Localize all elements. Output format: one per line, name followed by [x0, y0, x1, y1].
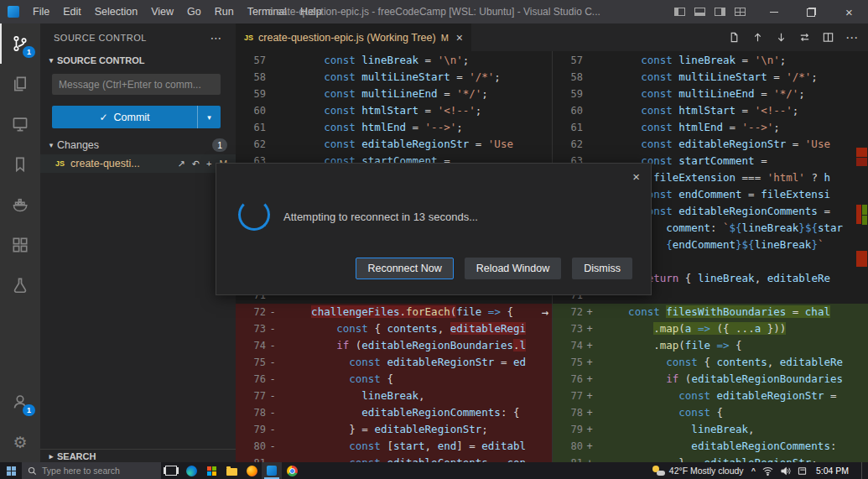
code-text: const multiLineEnd = '*/';	[279, 86, 488, 102]
action-center-icon[interactable]	[798, 466, 807, 476]
system-tray: ^	[751, 466, 807, 476]
ellipsis-icon: ⋯	[845, 30, 858, 45]
close-window-button[interactable]: ×	[830, 0, 868, 23]
customize-layout-icon[interactable]	[735, 8, 746, 16]
task-view-button[interactable]	[161, 462, 181, 479]
code-line: 62 const editableRegionStr = 'Use	[236, 136, 552, 153]
code-line: 73+ .map(a => ({ ...a }))	[553, 320, 868, 337]
diff-marker: -	[266, 357, 279, 368]
sidebar-item-remote-explorer[interactable]	[0, 104, 40, 144]
file-row-actions: ↗ ↶ +	[178, 159, 212, 169]
reload-window-button[interactable]: Reload Window	[465, 258, 562, 279]
gear-icon: ⚙	[13, 435, 27, 450]
commit-button-main[interactable]: ✓ Commit	[52, 106, 197, 128]
close-tab-icon[interactable]: ×	[456, 32, 463, 44]
sidebar-item-bookmarks[interactable]	[0, 144, 40, 185]
microsoft-store-button[interactable]	[201, 462, 221, 479]
toggle-secondary-sidebar-icon[interactable]	[715, 8, 725, 16]
sidebar-item-extensions[interactable]	[0, 225, 40, 265]
menu-view[interactable]: View	[144, 0, 180, 23]
menu-selection[interactable]: Selection	[88, 0, 144, 23]
reconnect-now-button[interactable]: Reconnect Now	[356, 258, 453, 279]
taskbar-clock[interactable]: 5:04 PM	[814, 466, 854, 476]
swap-sides-button[interactable]	[795, 28, 814, 47]
dismiss-button[interactable]: Dismiss	[572, 258, 632, 279]
discard-changes-icon[interactable]: ↶	[192, 159, 200, 169]
chrome-button[interactable]	[282, 462, 302, 479]
search-section-header[interactable]: ▸ SEARCH	[40, 449, 236, 462]
js-file-icon: JS	[55, 159, 65, 168]
line-number: 57	[236, 55, 266, 66]
line-number: 72	[236, 306, 266, 318]
diff-marker: +	[583, 306, 596, 318]
edge-icon	[186, 466, 197, 476]
minimize-button[interactable]	[755, 0, 793, 23]
sidebar-item-docker[interactable]	[0, 185, 40, 225]
wifi-icon[interactable]	[762, 466, 773, 476]
vscode-taskbar-button[interactable]	[262, 462, 282, 479]
file-explorer-button[interactable]	[221, 462, 242, 479]
code-line: 72- challengeFiles.forEach(file => {	[236, 304, 552, 320]
code-text: const htmlEnd = '-->';	[279, 119, 463, 136]
changed-file-row[interactable]: JS create-questi... ↗ ↶ + M	[40, 154, 236, 173]
taskbar-search[interactable]: Type here to search	[22, 462, 161, 479]
open-file-icon[interactable]: ↗	[178, 159, 185, 169]
start-button[interactable]	[0, 462, 22, 479]
scm-badge: 1	[23, 46, 35, 58]
weather-widget[interactable]: 42°F Mostly cloudy	[652, 466, 744, 476]
menu-go[interactable]: Go	[180, 0, 208, 23]
split-editor-button[interactable]	[819, 28, 838, 47]
ruler-mark	[856, 148, 867, 157]
code-line: 77- lineBreak,	[236, 388, 552, 404]
volume-icon[interactable]	[780, 466, 791, 476]
changes-section-header[interactable]: ▾ Changes 1	[40, 136, 236, 154]
line-number: 58	[236, 71, 266, 83]
menu-file[interactable]: File	[26, 0, 56, 23]
check-icon: ✓	[99, 112, 107, 123]
hidden-icons-button[interactable]: ^	[751, 467, 756, 475]
code-text: const htmlEnd = '-->';	[596, 119, 780, 136]
stage-changes-icon[interactable]: +	[206, 159, 211, 169]
code-line: 72+ const filesWithBoundaries = chal	[553, 304, 868, 320]
line-number: 79	[553, 424, 583, 435]
next-change-button[interactable]	[772, 28, 791, 47]
code-line: 59 const multiLineEnd = '*/';	[553, 86, 868, 102]
sidebar-item-testing[interactable]	[0, 265, 40, 305]
sidebar-item-explorer[interactable]	[0, 64, 40, 104]
code-text: const {	[596, 404, 723, 421]
code-line: 60 const htmlStart = '<!--';	[553, 102, 868, 119]
toggle-sidebar-icon[interactable]	[674, 8, 685, 16]
code-line: 75+ const { contents, editableRe	[553, 354, 868, 371]
line-number: 58	[553, 71, 583, 83]
line-number: 76	[553, 373, 583, 385]
close-dialog-icon[interactable]: ×	[632, 170, 640, 183]
more-actions-button[interactable]: ⋯	[842, 28, 861, 47]
tab-create-question-epic[interactable]: JS create-question-epic.js (Working Tree…	[236, 23, 471, 51]
firefox-button[interactable]	[242, 462, 262, 479]
menu-edit[interactable]: Edit	[56, 0, 88, 23]
commit-button[interactable]: ✓ Commit ▾	[52, 106, 221, 128]
code-text: lineBreak,	[596, 421, 755, 438]
scm-provider-section[interactable]: ▾ SOURCE CONTROL	[40, 52, 236, 69]
code-text: const multiLineEnd = '*/';	[596, 86, 805, 102]
sidebar-item-source-control[interactable]: 1	[0, 23, 40, 64]
line-number: 62	[236, 138, 266, 150]
code-line: 58 const multiLineStart = '/*';	[236, 69, 552, 86]
remote-explorer-icon	[11, 115, 29, 133]
code-text: .map(a => ({ ...a }))	[596, 320, 786, 337]
accounts-button[interactable]: 1	[0, 382, 40, 422]
sidebar-title: SOURCE CONTROL	[54, 33, 147, 43]
overview-ruler[interactable]	[856, 51, 868, 462]
folder-icon	[226, 468, 237, 476]
commit-message-input[interactable]	[52, 74, 221, 95]
open-file-button[interactable]	[725, 28, 744, 47]
more-actions-icon[interactable]: ⋯	[211, 31, 223, 44]
edge-button[interactable]	[181, 462, 201, 479]
previous-change-button[interactable]	[748, 28, 767, 47]
toggle-panel-icon[interactable]	[694, 8, 705, 16]
commit-dropdown-button[interactable]: ▾	[197, 106, 221, 128]
menu-run[interactable]: Run	[208, 0, 241, 23]
restore-button[interactable]	[793, 0, 830, 23]
show-desktop-button[interactable]	[861, 462, 865, 479]
settings-button[interactable]: ⚙	[0, 422, 40, 462]
